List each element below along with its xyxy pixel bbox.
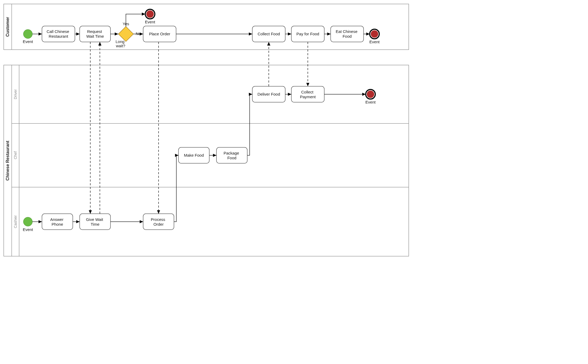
task-deliver-text: Deliver Food bbox=[257, 92, 280, 96]
task-collectpay-text-1: Collect bbox=[301, 90, 314, 94]
lane-driver-title: Driver bbox=[13, 89, 18, 99]
task-eat[interactable]: Eat Chinese Food bbox=[331, 26, 364, 42]
lane-chef-title: Chef bbox=[13, 151, 18, 159]
svg-point-15 bbox=[146, 10, 154, 18]
task-answer-text-2: Phone bbox=[52, 222, 63, 226]
task-makefood[interactable]: Make Food bbox=[178, 147, 209, 163]
gateway-label-1: Long bbox=[116, 39, 124, 44]
task-eat-text-2: Food bbox=[343, 34, 352, 38]
flow-process-make bbox=[174, 155, 178, 222]
task-deliver[interactable]: Deliver Food bbox=[252, 86, 285, 102]
task-collect-text: Collect Food bbox=[258, 32, 280, 36]
flow-package-deliver bbox=[247, 94, 252, 155]
task-process-text-2: Order bbox=[154, 222, 164, 226]
task-request-text-1: Request bbox=[87, 29, 102, 34]
gateway-long-wait[interactable]: Yes No Long wait? bbox=[116, 22, 141, 48]
task-answer[interactable]: Answer Phone bbox=[42, 214, 73, 230]
start-event-customer-label: Event bbox=[23, 39, 33, 44]
task-eat-text-1: Eat Chinese bbox=[336, 29, 357, 34]
task-package-text-1: Package bbox=[224, 151, 239, 155]
task-process[interactable]: Process Order bbox=[143, 214, 174, 230]
svg-rect-29 bbox=[216, 147, 247, 163]
gateway-no-label: No bbox=[136, 31, 141, 36]
svg-text:Call Chinese
      Restaurant: Call Chinese Restaurant bbox=[46, 29, 70, 38]
task-answer-text-1: Answer bbox=[50, 217, 63, 222]
task-place[interactable]: Place Order bbox=[143, 26, 176, 42]
svg-point-7 bbox=[23, 29, 32, 38]
svg-point-27 bbox=[367, 91, 374, 98]
svg-rect-24 bbox=[291, 86, 324, 102]
task-place-text: Place Order bbox=[149, 32, 170, 36]
sequence-flows bbox=[32, 14, 370, 222]
task-request[interactable]: Request Wait Time bbox=[80, 26, 110, 42]
pool-restaurant-title: Chinese Restaurant bbox=[5, 140, 10, 181]
end-event-customer[interactable]: Event bbox=[369, 29, 380, 44]
task-makefood-text: Make Food bbox=[184, 153, 204, 157]
svg-text:Answer
      Phone: Answer Phone bbox=[50, 217, 65, 226]
task-package-text-2: Food bbox=[227, 156, 236, 160]
svg-point-22 bbox=[371, 30, 378, 38]
start-event-cashier-label: Event bbox=[23, 227, 33, 232]
task-collectpay[interactable]: Collect Payment bbox=[291, 86, 324, 102]
end-event-customer-label: Event bbox=[369, 40, 380, 44]
end-event-longwait-label: Event bbox=[145, 20, 155, 24]
task-givewait-text-1: Give Wait bbox=[86, 217, 103, 222]
bpmn-diagram: Customer Chinese Restaurant Driver Chef … bbox=[0, 0, 413, 260]
svg-rect-32 bbox=[42, 214, 73, 230]
start-event-customer[interactable]: Event bbox=[23, 29, 33, 44]
task-call-text-1: Call Chinese bbox=[46, 29, 69, 34]
pool-customer-title: Customer bbox=[5, 17, 10, 37]
end-event-driver[interactable]: Event bbox=[365, 89, 376, 104]
start-event-cashier[interactable]: Event bbox=[23, 217, 33, 232]
task-process-text-1: Process bbox=[151, 217, 165, 222]
task-givewait-text-2: Time bbox=[91, 222, 100, 226]
task-pay[interactable]: Pay for Food bbox=[291, 26, 324, 42]
svg-rect-36 bbox=[143, 214, 174, 230]
lane-cashier-title: Cashier bbox=[13, 215, 18, 228]
task-request-text-2: Wait Time bbox=[86, 34, 104, 38]
svg-point-31 bbox=[23, 217, 32, 226]
task-collectpay-text-2: Payment bbox=[300, 95, 316, 99]
svg-text:Collect
      Payment: Collect Payment bbox=[300, 90, 316, 99]
svg-text:Long
      wait?: Long wait? bbox=[116, 39, 126, 48]
gateway-label-2: wait? bbox=[116, 44, 125, 48]
task-pay-text: Pay for Food bbox=[296, 32, 319, 36]
svg-text:Request
      Wait Time: Request Wait Time bbox=[86, 29, 104, 38]
svg-rect-34 bbox=[80, 214, 110, 230]
task-call-text-2: Restaurant bbox=[49, 34, 68, 38]
message-flows bbox=[90, 42, 308, 214]
task-package[interactable]: Package Food bbox=[216, 147, 247, 163]
task-call[interactable]: Call Chinese Restaurant bbox=[42, 26, 75, 42]
task-givewait[interactable]: Give Wait Time bbox=[80, 214, 110, 230]
end-event-longwait[interactable]: Event bbox=[145, 9, 155, 24]
task-collect[interactable]: Collect Food bbox=[252, 26, 285, 42]
end-event-driver-label: Event bbox=[365, 100, 376, 104]
